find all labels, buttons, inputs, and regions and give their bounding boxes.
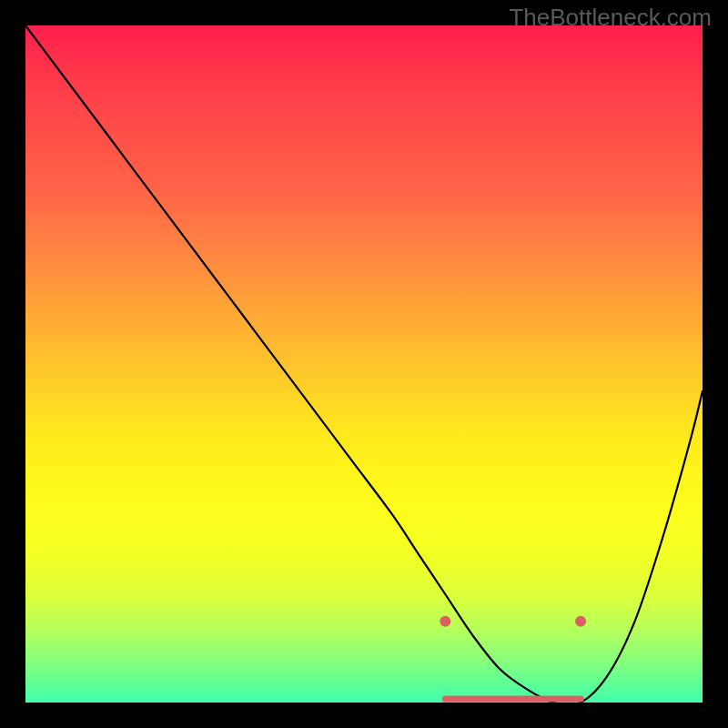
watermark-label: TheBottleneck.com [509, 4, 712, 32]
chart-frame: TheBottleneck.com [0, 0, 728, 728]
marker-right [575, 616, 586, 627]
plot-area [25, 25, 703, 703]
marker-left [440, 616, 450, 627]
curve-layer [25, 25, 703, 703]
bottleneck-curve [25, 25, 703, 705]
